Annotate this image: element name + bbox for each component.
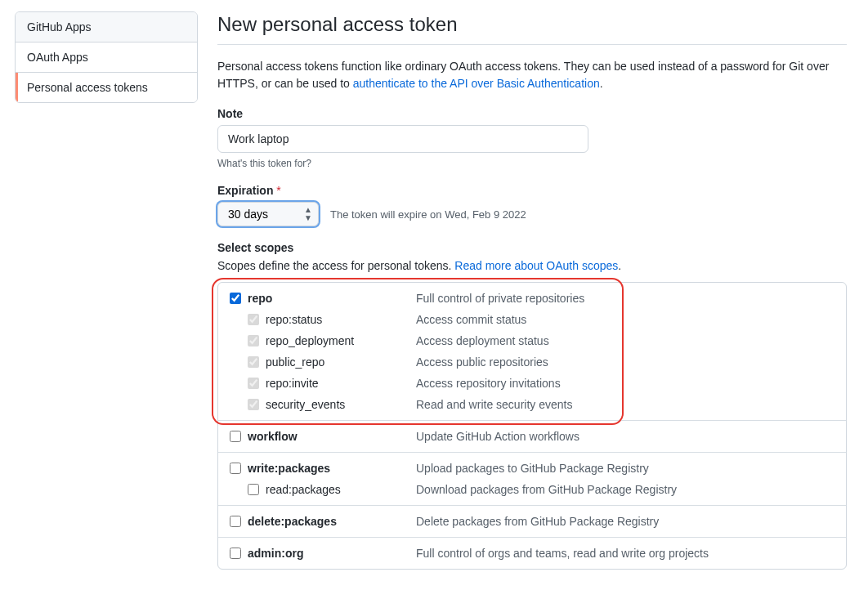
scope-name: repo:invite: [266, 377, 319, 390]
sidenav-item[interactable]: OAuth Apps: [16, 42, 197, 73]
scope-group: workflowUpdate GitHub Action workflows: [218, 421, 846, 453]
scope-row: read:packagesDownload packages from GitH…: [218, 479, 846, 500]
scope-checkbox-label[interactable]: security_events: [230, 398, 416, 411]
scope-checkbox: [248, 399, 259, 410]
scopes-table: repoFull control of private repositories…: [217, 282, 847, 570]
scope-checkbox-label[interactable]: admin:org: [230, 547, 416, 560]
auth-docs-link[interactable]: authenticate to the API over Basic Authe…: [353, 77, 600, 90]
scope-checkbox-label[interactable]: repo:invite: [230, 377, 416, 390]
scope-checkbox-label[interactable]: delete:packages: [230, 515, 416, 528]
scopes-intro: Scopes define the access for personal to…: [217, 259, 847, 272]
divider: [217, 44, 847, 45]
scope-checkbox-label[interactable]: public_repo: [230, 355, 416, 369]
scope-checkbox-label[interactable]: repo_deployment: [230, 334, 416, 347]
expiration-field-block: Expiration * 30 days ▲▼ The token will e…: [217, 184, 847, 226]
note-label: Note: [217, 107, 847, 120]
scope-group: delete:packagesDelete packages from GitH…: [218, 506, 846, 538]
scope-group: admin:orgFull control of orgs and teams,…: [218, 538, 846, 569]
scope-row: security_eventsRead and write security e…: [218, 394, 846, 415]
scope-name: delete:packages: [248, 515, 337, 528]
scope-checkbox: [248, 378, 259, 389]
scope-name: workflow: [248, 430, 298, 443]
scope-checkbox[interactable]: [230, 548, 241, 559]
note-input[interactable]: [217, 125, 588, 153]
scope-row: admin:orgFull control of orgs and teams,…: [218, 543, 846, 564]
scope-checkbox-label[interactable]: repo: [230, 292, 416, 305]
scope-row: delete:packagesDelete packages from GitH…: [218, 511, 846, 532]
scope-group: repoFull control of private repositories…: [218, 283, 846, 421]
sidenav-item[interactable]: GitHub Apps: [16, 12, 197, 42]
scope-checkbox[interactable]: [230, 293, 241, 304]
scopes-section: Select scopes Scopes define the access f…: [217, 241, 847, 570]
scope-checkbox-label[interactable]: read:packages: [230, 483, 416, 496]
scope-checkbox-label[interactable]: workflow: [230, 430, 416, 443]
note-hint: What's this token for?: [217, 158, 847, 169]
scope-description: Full control of orgs and teams, read and…: [416, 547, 709, 560]
scope-checkbox: [248, 314, 259, 325]
scope-description: Access public repositories: [416, 355, 548, 369]
sidenav-item[interactable]: Personal access tokens: [16, 73, 197, 102]
main-content: New personal access token Personal acces…: [217, 11, 847, 584]
scope-name: repo: [248, 292, 272, 305]
scope-description: Access commit status: [416, 313, 526, 326]
scope-checkbox[interactable]: [230, 463, 241, 474]
scope-description: Access deployment status: [416, 334, 549, 347]
scope-checkbox[interactable]: [248, 484, 259, 495]
settings-sidenav: GitHub AppsOAuth AppsPersonal access tok…: [15, 11, 198, 103]
scope-group: write:packagesUpload packages to GitHub …: [218, 453, 846, 506]
page-description: Personal access tokens function like ord…: [217, 58, 847, 92]
expiration-select[interactable]: 30 days: [217, 202, 319, 226]
scope-checkbox: [248, 335, 259, 346]
note-field-block: Note What's this token for?: [217, 107, 847, 169]
expiration-label: Expiration *: [217, 184, 847, 197]
scope-row: public_repoAccess public repositories: [218, 351, 846, 373]
scope-checkbox: [248, 356, 259, 368]
scope-description: Upload packages to GitHub Package Regist…: [416, 462, 649, 475]
scope-name: repo_deployment: [266, 334, 354, 347]
scope-description: Full control of private repositories: [416, 292, 584, 305]
scope-description: Delete packages from GitHub Package Regi…: [416, 515, 659, 528]
scope-checkbox-label[interactable]: write:packages: [230, 462, 416, 475]
scope-name: read:packages: [266, 483, 341, 496]
page-title: New personal access token: [217, 13, 847, 36]
scope-row: workflowUpdate GitHub Action workflows: [218, 426, 846, 447]
scopes-docs-link[interactable]: Read more about OAuth scopes: [454, 259, 618, 272]
scopes-heading: Select scopes: [217, 241, 847, 254]
scope-name: security_events: [266, 398, 345, 411]
scope-description: Read and write security events: [416, 398, 572, 411]
scope-checkbox[interactable]: [230, 431, 241, 442]
scope-checkbox[interactable]: [230, 516, 241, 527]
scope-name: admin:org: [248, 547, 303, 560]
scope-name: repo:status: [266, 313, 322, 326]
required-asterisk: *: [276, 184, 280, 197]
scope-description: Access repository invitations: [416, 377, 561, 390]
scope-checkbox-label[interactable]: repo:status: [230, 313, 416, 326]
scope-name: write:packages: [248, 462, 330, 475]
scope-row: repoFull control of private repositories: [218, 288, 846, 309]
scope-row: write:packagesUpload packages to GitHub …: [218, 458, 846, 479]
expiration-message: The token will expire on Wed, Feb 9 2022: [330, 208, 526, 221]
scope-name: public_repo: [266, 355, 324, 369]
scope-row: repo:inviteAccess repository invitations: [218, 373, 846, 394]
scope-row: repo:statusAccess commit status: [218, 309, 846, 330]
scope-description: Download packages from GitHub Package Re…: [416, 483, 677, 496]
scope-description: Update GitHub Action workflows: [416, 430, 579, 443]
scope-row: repo_deploymentAccess deployment status: [218, 330, 846, 351]
